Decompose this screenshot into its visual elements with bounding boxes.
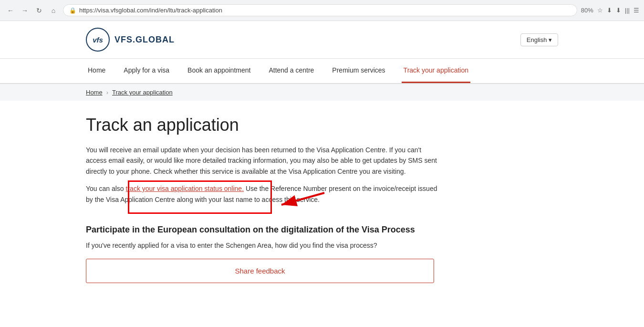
track-online-link[interactable]: track your visa application status onlin… [126, 185, 244, 192]
refresh-button[interactable]: ↻ [33, 5, 45, 16]
consultation-description: If you've recently applied for a visa to… [86, 242, 439, 249]
logo-initials: vfs [93, 36, 103, 44]
nav-premium-services[interactable]: Premium services [330, 59, 387, 83]
breadcrumb-separator: › [106, 89, 108, 96]
bookmark-icon[interactable]: ☆ [597, 7, 603, 14]
breadcrumb: Home › Track your application [0, 84, 644, 101]
language-label: English ▾ [527, 36, 552, 43]
nav-book-appointment[interactable]: Book an appointment [186, 59, 252, 83]
nav-attend-centre[interactable]: Attend a centre [267, 59, 316, 83]
logo-circle: vfs [86, 28, 110, 52]
page-header: vfs VFS.GLOBAL English ▾ [0, 21, 644, 59]
language-selector[interactable]: English ▾ [520, 33, 558, 46]
consultation-section: Participate in the European consultation… [86, 224, 439, 283]
back-button[interactable]: ← [5, 5, 16, 16]
description-paragraph-1: You will receive an email update when yo… [86, 145, 439, 177]
logo-area: vfs VFS.GLOBAL [86, 28, 175, 52]
url-text: https://visa.vfsglobal.com/ind/en/ltu/tr… [79, 7, 222, 14]
nav-track-application[interactable]: Track your application [402, 59, 470, 83]
share-feedback-button[interactable]: Share feedback [86, 259, 434, 283]
menu-icon[interactable]: ☰ [634, 7, 639, 14]
page-title: Track an application [86, 115, 558, 135]
nav-apply-visa[interactable]: Apply for a visa [122, 59, 171, 83]
zoom-level: 80% [581, 7, 593, 14]
brand-name: VFS.GLOBAL [114, 35, 175, 45]
downloads-icon[interactable]: ⬇ [616, 7, 621, 14]
para2-before: You can also [86, 185, 126, 192]
security-icon: 🔒 [69, 7, 76, 14]
navigation-bar: Home Apply for a visa Book an appointmen… [0, 59, 644, 84]
main-content: Track an application You will receive an… [0, 101, 644, 312]
browser-actions: 80% ☆ ⬇ ⬇ ||| ☰ [581, 7, 639, 14]
annotated-paragraph: You can also track your visa application… [86, 183, 439, 205]
breadcrumb-home[interactable]: Home [86, 89, 103, 96]
address-bar[interactable]: 🔒 https://visa.vfsglobal.com/ind/en/ltu/… [63, 4, 577, 16]
forward-button[interactable]: → [19, 5, 31, 16]
breadcrumb-current[interactable]: Track your application [112, 89, 173, 96]
consultation-title: Participate in the European consultation… [86, 224, 439, 236]
pocket-icon[interactable]: ⬇ [607, 7, 612, 14]
nav-home[interactable]: Home [86, 59, 107, 83]
home-button[interactable]: ⌂ [48, 5, 59, 16]
description-paragraph-2: You can also track your visa application… [86, 183, 439, 205]
browser-nav-buttons: ← → ↻ ⌂ [5, 5, 59, 16]
browser-chrome: ← → ↻ ⌂ 🔒 https://visa.vfsglobal.com/ind… [0, 0, 644, 21]
history-icon[interactable]: ||| [625, 7, 630, 14]
